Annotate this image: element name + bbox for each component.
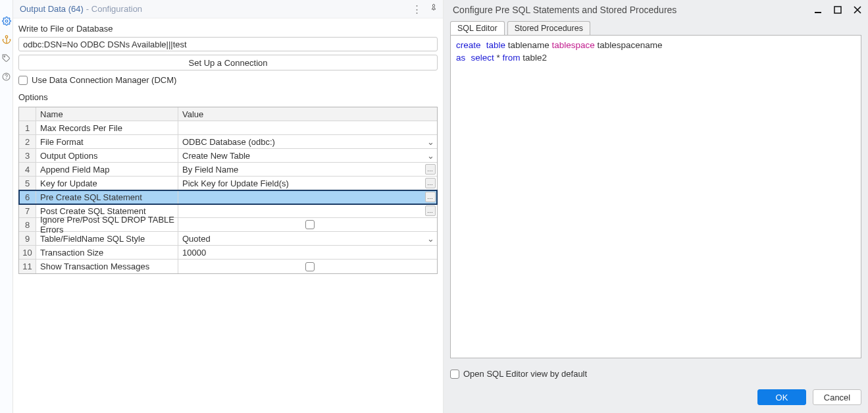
help-icon[interactable] [2, 72, 11, 81]
checkbox[interactable] [305, 220, 315, 229]
setup-connection-button[interactable]: Set Up a Connection [18, 55, 438, 70]
connection-input[interactable]: odbc:DSN=No ODBC DSNs Available|||test [18, 37, 438, 51]
options-label: Options [18, 92, 438, 102]
option-value[interactable]: By Field Name… [178, 163, 437, 176]
svg-point-1 [5, 36, 8, 38]
dcm-checkbox[interactable] [18, 76, 28, 85]
table-row[interactable]: 3Output OptionsCreate New Table⌄ [19, 149, 437, 163]
col-value: Value [178, 107, 437, 121]
option-value[interactable]: ODBC Database (odbc:)⌄ [178, 135, 437, 148]
left-header: Output Data (64) - Configuration ⋮ [13, 0, 443, 18]
kebab-icon[interactable]: ⋮ [412, 3, 422, 15]
table-row[interactable]: 6Pre Create SQL Statement… [19, 190, 437, 204]
checkbox[interactable] [305, 262, 315, 271]
option-name: Transaction Size [36, 246, 178, 259]
ellipsis-button[interactable]: … [425, 178, 436, 188]
option-name: Ignore Pre/Post SQL DROP TABLE Errors [36, 218, 178, 231]
dialog-title: Configure Pre SQL Statements and Stored … [453, 5, 677, 15]
anchor-icon[interactable] [2, 35, 11, 44]
option-value[interactable]: … [178, 190, 437, 204]
chevron-down-icon[interactable]: ⌄ [426, 151, 434, 159]
cancel-button[interactable]: Cancel [813, 389, 861, 405]
table-row[interactable]: 8Ignore Pre/Post SQL DROP TABLE Errors [19, 218, 437, 232]
option-value[interactable]: … [178, 204, 437, 217]
dialog-titlebar: Configure Pre SQL Statements and Stored … [444, 0, 868, 20]
option-value[interactable] [178, 260, 437, 273]
svg-rect-6 [834, 7, 841, 13]
option-name: Key for Update [36, 177, 178, 190]
option-name: Pre Create SQL Statement [36, 190, 178, 204]
gear-icon[interactable] [2, 16, 11, 26]
pin-icon[interactable] [430, 3, 438, 15]
option-value[interactable]: Quoted⌄ [178, 232, 437, 245]
chevron-down-icon[interactable]: ⌄ [426, 234, 434, 242]
panel-title: Output Data (64) [20, 4, 84, 14]
tab-stored-procedures[interactable]: Stored Procedures [507, 21, 590, 35]
option-value[interactable]: 10000 [178, 246, 437, 259]
table-row[interactable]: 1Max Records Per File [19, 121, 437, 135]
option-name: Show Transaction Messages [36, 260, 178, 273]
table-row[interactable]: 10Transaction Size10000 [19, 246, 437, 260]
option-name: Max Records Per File [36, 121, 178, 134]
table-row[interactable]: 2File FormatODBC Database (odbc:)⌄ [19, 135, 437, 149]
panel-subtitle: - Configuration [86, 4, 142, 14]
svg-point-2 [4, 55, 5, 57]
option-name: Table/FieldName SQL Style [36, 232, 178, 245]
open-default-label: Open SQL Editor view by default [463, 369, 587, 379]
option-value[interactable]: Create New Table⌄ [178, 149, 437, 162]
table-row[interactable]: 4Append Field MapBy Field Name… [19, 163, 437, 177]
svg-point-0 [5, 20, 8, 22]
option-name: Append Field Map [36, 163, 178, 176]
tab-sql-editor[interactable]: SQL Editor [450, 21, 505, 35]
col-name: Name [36, 107, 178, 121]
close-icon[interactable] [854, 6, 861, 14]
ok-button[interactable]: OK [757, 389, 806, 405]
table-row[interactable]: 5Key for UpdatePick Key for Update Field… [19, 177, 437, 190]
option-value[interactable] [178, 121, 437, 134]
ellipsis-button[interactable]: … [425, 164, 436, 175]
svg-point-4 [6, 78, 7, 78]
sql-code-editor[interactable]: create table tablename tablespace tables… [450, 35, 861, 358]
dcm-label: Use Data Connection Manager (DCM) [32, 75, 176, 85]
option-name: Output Options [36, 149, 178, 162]
maximize-icon[interactable] [834, 6, 842, 14]
open-default-checkbox[interactable] [450, 370, 459, 379]
svg-rect-5 [815, 12, 821, 13]
table-row[interactable]: 11Show Transaction Messages [19, 260, 437, 273]
option-name: File Format [36, 135, 178, 148]
tabs: SQL Editor Stored Procedures [450, 21, 861, 35]
tag-icon[interactable] [2, 53, 11, 63]
table-row[interactable]: 9Table/FieldName SQL StyleQuoted⌄ [19, 232, 437, 246]
ellipsis-button[interactable]: … [425, 192, 436, 202]
ellipsis-button[interactable]: … [425, 206, 436, 216]
minimize-icon[interactable] [814, 6, 822, 14]
option-value[interactable] [178, 218, 437, 231]
options-grid: Name Value 1Max Records Per File2File Fo… [18, 107, 438, 274]
write-label: Write to File or Database [18, 24, 438, 34]
option-value[interactable]: Pick Key for Update Field(s)… [178, 177, 437, 190]
chevron-down-icon[interactable]: ⌄ [426, 138, 434, 146]
